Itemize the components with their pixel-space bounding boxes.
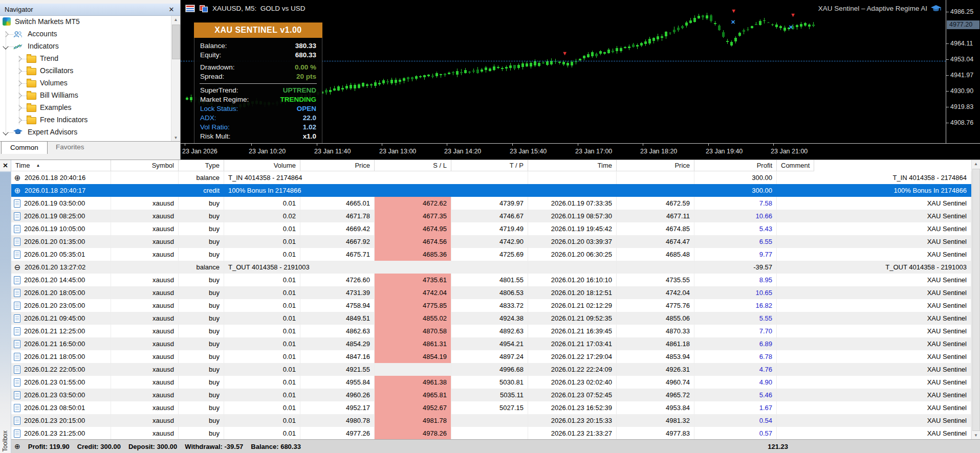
toolbox-close-icon[interactable]: ✕ [0,162,11,169]
table-row[interactable]: ⊖2026.01.20 13:27:02balanceT_OUT 4014358… [11,261,971,274]
chevron-right-icon[interactable] [16,56,21,61]
candle-body [636,45,639,47]
table-row[interactable]: 2026.01.23 21:25:00xauusdbuy0.014977.264… [11,427,971,440]
table-row[interactable]: 2026.01.22 22:05:00xauusdbuy0.014921.554… [11,363,971,376]
table-row[interactable]: 2026.01.23 08:50:01xauusdbuy0.014952.174… [11,401,971,414]
deal-document-icon [14,378,20,387]
cell-type: buy [179,350,224,363]
cell-stop-loss: 4685.36 [375,248,451,261]
cell-time: 2026.01.20 23:05:00 [11,299,111,312]
chevron-down-icon[interactable] [3,129,8,135]
cell-take-profit: 4892.63 [451,325,528,337]
table-row[interactable]: 2026.01.21 12:25:00xauusdbuy0.014862.634… [11,325,971,337]
cell-stop-loss: 4855.02 [375,312,451,325]
column-header-volume[interactable]: Volume [224,160,300,171]
panel-value: 22.0 [303,114,316,123]
tree-item-trend[interactable]: Trend [0,53,171,65]
candle-body [812,25,815,27]
chevron-right-icon[interactable] [16,80,21,86]
table-row[interactable]: 2026.01.19 08:25:00xauusdbuy0.024671.784… [11,210,971,222]
chart-pane[interactable]: XAUUSD, M5: GOLD vs USD XAU Sentinel – A… [181,0,980,160]
price-tick-label: 4964.11 [950,40,973,47]
table-row[interactable]: 2026.01.19 10:05:00xauusdbuy0.014669.424… [11,222,971,235]
panel-row-lock-status-: Lock Status:OPEN [194,104,322,114]
scrollbar-thumb[interactable] [172,25,180,59]
table-row[interactable]: 2026.01.23 20:15:00xauusdbuy0.014980.784… [11,414,971,427]
cell-close-time: 2026.01.23 02:02:40 [528,376,617,389]
scroll-down-icon[interactable]: ▼ [972,432,980,440]
tree-item-oscillators[interactable]: Oscillators [0,65,171,77]
price-tick [946,123,949,123]
column-header-time[interactable]: Time [528,160,617,171]
table-row[interactable]: 2026.01.20 05:35:01xauusdbuy0.014675.714… [11,248,971,261]
candle-body [677,28,680,30]
table-row[interactable]: ⊕2026.01.18 20:40:16balanceT_IN 4014358 … [11,171,971,184]
trade-sell-marker-icon: ▼ [562,51,568,56]
chart-window-icon [200,5,208,12]
candle-body [607,50,610,53]
navigator-scrollbar[interactable]: ▲ ▼ [171,16,180,142]
candle-body [505,67,508,69]
chevron-right-icon[interactable] [16,93,21,98]
scroll-down-icon[interactable]: ▼ [171,134,180,142]
tree-item-indicators[interactable]: Indicators [0,40,171,53]
chevron-down-icon[interactable] [3,43,8,49]
panel-label: Vol Ratio: [200,123,230,132]
cell-take-profit: 4833.72 [451,299,528,312]
column-header-price[interactable]: Price [300,160,375,171]
column-header-symbol[interactable]: Symbol [111,160,179,171]
tree-item-free-indicators[interactable]: Free Indicators [0,114,171,126]
column-header-type[interactable]: Type [179,160,224,171]
table-row[interactable]: 2026.01.20 23:05:00xauusdbuy0.014758.944… [11,299,971,312]
candle-body [374,82,377,86]
scrollbar-thumb[interactable] [972,169,980,431]
column-header-profit[interactable]: Profit [694,160,777,171]
column-header-time[interactable]: Time▲ [11,160,111,171]
cell-close-time: 2026.01.19 08:57:30 [528,210,617,222]
cell-symbol: xauusd [111,286,179,299]
table-row[interactable]: 2026.01.21 09:45:00xauusdbuy0.014849.514… [11,312,971,325]
table-row[interactable]: 2026.01.19 03:50:00xauusdbuy0.014665.014… [11,197,971,210]
cell-stop-loss: 4677.35 [375,210,451,222]
column-header-comment[interactable]: Comment [777,160,814,171]
toolbox-scrollbar[interactable]: ▲ ▼ [971,160,980,440]
cell-close-price [617,184,694,197]
cell-close-price: 4981.32 [617,414,694,427]
tree-item-volumes[interactable]: Volumes [0,77,171,89]
price-axis[interactable]: 4986.254964.114953.044941.974930.904919.… [946,0,980,144]
column-header-t-p[interactable]: T / P [451,160,528,171]
candle-body [652,38,655,41]
tree-item-switch-markets-mt5[interactable]: Switch Markets MT5 [0,16,171,28]
table-row[interactable]: 2026.01.23 03:50:00xauusdbuy0.014960.264… [11,389,971,401]
panel-row-equity-: Equity:680.33 [194,51,322,60]
table-row[interactable]: 2026.01.20 01:35:00xauusdbuy0.014667.924… [11,235,971,248]
table-row[interactable]: 2026.01.23 01:55:00xauusdbuy0.014955.844… [11,376,971,389]
cell-time: 2026.01.20 01:35:00 [11,235,111,248]
tree-item-expert-advisors[interactable]: Expert Advisors [0,126,171,139]
tree-item-bill-williams[interactable]: Bill Williams [0,89,171,102]
table-row[interactable]: 2026.01.20 18:05:00xauusdbuy0.014731.394… [11,286,971,299]
tab-favorites[interactable]: Favorites [47,141,93,153]
table-row[interactable]: 2026.01.20 14:45:00xauusdbuy0.014726.604… [11,274,971,286]
column-header-price[interactable]: Price [617,160,694,171]
scroll-up-icon[interactable]: ▲ [171,16,180,24]
candle-body [329,90,332,93]
column-header-s-l[interactable]: S / L [375,160,451,171]
chevron-right-icon[interactable] [3,31,8,37]
chevron-right-icon[interactable] [16,105,21,110]
candle-body [612,51,614,52]
tree-item-examples[interactable]: Examples [0,102,171,114]
table-row[interactable]: ⊕2026.01.18 20:40:17credit100% Bonus In … [11,184,971,197]
toolbox-vertical-tab[interactable]: Toolbox [2,431,9,451]
table-row[interactable]: 2026.01.21 16:50:00xauusdbuy0.014854.294… [11,337,971,350]
table-row[interactable]: 2026.01.21 18:05:00xauusdbuy0.014847.164… [11,350,971,363]
navigator-close-icon[interactable]: ✕ [167,6,176,13]
chevron-right-icon[interactable] [16,117,21,123]
time-axis[interactable]: 23 Jan 202623 Jan 10:2023 Jan 11:4023 Ja… [181,143,980,160]
cell-open-price: 4977.26 [300,427,375,440]
chevron-right-icon[interactable] [16,68,21,74]
scroll-up-icon[interactable]: ▲ [972,160,980,168]
cell-operation-comment: 100% Bonus In 2174866 [224,184,528,197]
tree-item-accounts[interactable]: Accounts [0,28,171,40]
tab-common[interactable]: Common [1,141,48,154]
